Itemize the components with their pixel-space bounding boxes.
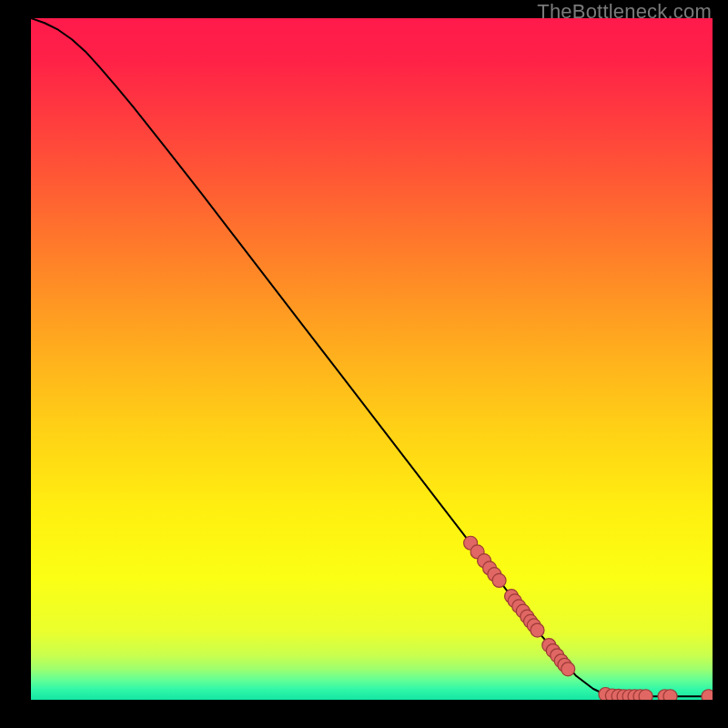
data-marker xyxy=(492,573,506,587)
data-marker xyxy=(531,623,544,637)
bottleneck-chart xyxy=(31,18,713,700)
data-marker xyxy=(639,690,652,700)
data-marker xyxy=(663,690,677,700)
gradient-background xyxy=(31,18,713,700)
chart-frame xyxy=(31,18,713,700)
data-marker xyxy=(561,662,575,676)
